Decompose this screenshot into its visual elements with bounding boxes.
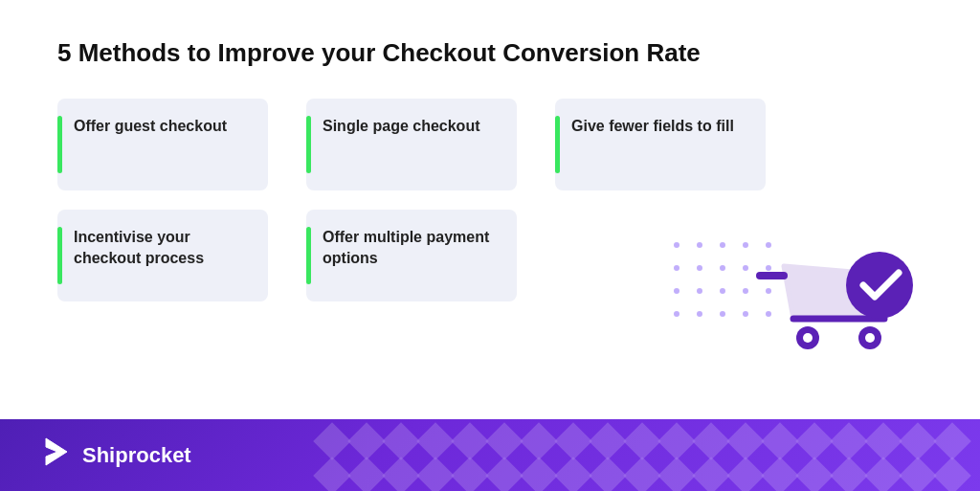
cart-svg-container bbox=[750, 242, 923, 405]
card-incentivise: Incentivise your checkout process bbox=[57, 210, 268, 301]
card-4-text: Incentivise your checkout process bbox=[74, 227, 253, 270]
card-accent-1 bbox=[57, 116, 62, 173]
card-2-text: Single page checkout bbox=[323, 116, 479, 137]
card-1-text: Offer guest checkout bbox=[74, 116, 227, 137]
footer: Shiprocket bbox=[0, 419, 980, 491]
svg-point-5 bbox=[865, 333, 875, 343]
cart-icon bbox=[750, 242, 923, 405]
brand-name: Shiprocket bbox=[82, 443, 191, 468]
card-accent-5 bbox=[306, 227, 311, 284]
footer-brand: Shiprocket bbox=[38, 435, 191, 476]
card-multiple-payments: Offer multiple payment options bbox=[306, 210, 517, 301]
footer-diamonds-pattern bbox=[310, 419, 980, 491]
svg-point-3 bbox=[803, 333, 813, 343]
card-offer-guest: Offer guest checkout bbox=[57, 99, 268, 190]
card-fewer-fields: Give fewer fields to fill bbox=[555, 99, 766, 190]
svg-marker-7 bbox=[46, 438, 67, 465]
card-3-text: Give fewer fields to fill bbox=[571, 116, 734, 137]
card-accent-3 bbox=[555, 116, 560, 173]
card-5-text: Offer multiple payment options bbox=[323, 227, 501, 270]
card-accent-2 bbox=[306, 116, 311, 173]
card-accent-4 bbox=[57, 227, 62, 284]
page-title: 5 Methods to Improve your Checkout Conve… bbox=[57, 38, 923, 68]
shiprocket-logo-icon bbox=[38, 435, 73, 476]
svg-point-6 bbox=[846, 252, 913, 319]
card-single-page: Single page checkout bbox=[306, 99, 517, 190]
cart-illustration bbox=[674, 213, 923, 405]
